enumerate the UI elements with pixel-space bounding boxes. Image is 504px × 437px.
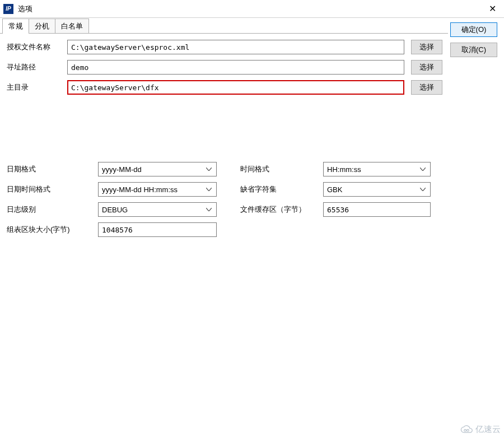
charset-select[interactable]: GBK	[323, 182, 431, 197]
date-format-value: yyyy-MM-dd	[102, 166, 142, 173]
chevron-down-icon	[418, 162, 428, 176]
chevron-down-icon	[204, 162, 214, 176]
log-level-select[interactable]: DEBUG	[98, 202, 217, 217]
app-icon: IP	[3, 4, 13, 14]
close-icon[interactable]: ✕	[486, 3, 500, 14]
time-format-label: 时间格式	[239, 164, 323, 174]
block-size-input[interactable]	[98, 222, 217, 237]
searchpath-label: 寻址路径	[6, 62, 67, 72]
block-size-label: 组表区块大小(字节)	[6, 225, 98, 235]
log-level-label: 日志级别	[6, 204, 98, 215]
datetime-format-value: yyyy-MM-dd HH:mm:ss	[102, 186, 178, 193]
window-title: 选项	[18, 4, 32, 14]
license-browse-button[interactable]: 选择	[411, 40, 442, 54]
panel-general: 授权文件名称 选择 寻址路径 选择 主目录 选择 日期格式	[0, 34, 448, 437]
license-input[interactable]	[67, 40, 404, 54]
maindir-label: 主目录	[6, 82, 67, 92]
action-column: 确定(O) 取消(C)	[448, 18, 504, 437]
time-format-select[interactable]: HH:mm:ss	[323, 162, 431, 176]
titlebar: IP 选项 ✕	[0, 0, 504, 18]
charset-value: GBK	[327, 186, 342, 193]
license-label: 授权文件名称	[6, 42, 67, 52]
ok-button[interactable]: 确定(O)	[450, 22, 497, 37]
tab-bar: 常规 分机 白名单	[0, 18, 448, 34]
charset-label: 缺省字符集	[239, 184, 323, 194]
file-buffer-label: 文件缓存区（字节）	[239, 204, 323, 215]
datetime-format-label: 日期时间格式	[6, 184, 98, 194]
date-format-select[interactable]: yyyy-MM-dd	[98, 162, 217, 176]
tab-general[interactable]: 常规	[2, 18, 29, 33]
file-buffer-input[interactable]	[323, 202, 431, 217]
cancel-button[interactable]: 取消(C)	[450, 43, 497, 57]
chevron-down-icon	[418, 183, 428, 196]
searchpath-input[interactable]	[67, 60, 404, 75]
searchpath-browse-button[interactable]: 选择	[411, 60, 442, 75]
datetime-format-select[interactable]: yyyy-MM-dd HH:mm:ss	[98, 182, 217, 197]
log-level-value: DEBUG	[102, 206, 128, 213]
tab-whitelist[interactable]: 白名单	[55, 18, 89, 33]
chevron-down-icon	[204, 183, 214, 196]
maindir-browse-button[interactable]: 选择	[411, 80, 442, 95]
date-format-label: 日期格式	[6, 164, 98, 174]
time-format-value: HH:mm:ss	[327, 166, 361, 173]
tab-extension[interactable]: 分机	[29, 18, 55, 33]
chevron-down-icon	[204, 203, 214, 216]
maindir-input[interactable]	[67, 80, 404, 95]
